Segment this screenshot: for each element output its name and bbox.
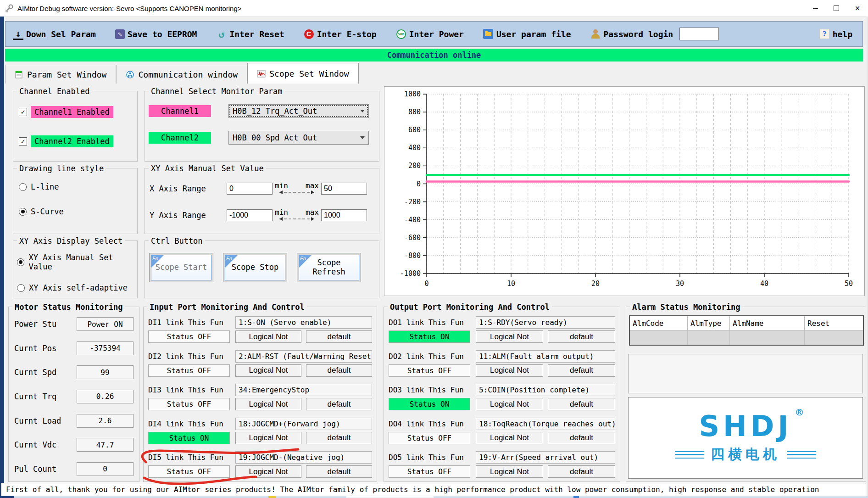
scope-refresh-button[interactable]: Fn Scope Refresh xyxy=(297,253,361,282)
inter-estop-button[interactable]: C Inter E-stop xyxy=(304,29,377,39)
di3-logical-not-button[interactable]: Logical Not xyxy=(235,398,301,410)
do5-label: DO5 link This Fun xyxy=(389,453,470,462)
minimize-button[interactable] xyxy=(805,0,826,17)
chevron-down-icon xyxy=(360,136,365,139)
checkbox-check-icon: ✓ xyxy=(19,137,27,145)
curnt-spd-value: 99 xyxy=(77,365,134,379)
do2-logical-not-button[interactable]: Logical Not xyxy=(476,364,543,377)
close-button[interactable]: × xyxy=(847,0,868,17)
do5-default-button[interactable]: default xyxy=(548,465,615,478)
download-icon: ↓ xyxy=(13,28,23,40)
minimize-icon xyxy=(813,8,818,9)
di4-block: DI4 link This Fun 18:JOGCMD+(Forward jog… xyxy=(148,418,372,444)
tab-communication-window[interactable]: Communication window xyxy=(116,65,247,84)
di2-block: DI2 link This Fun 2:ALM-RST (Fault/Warni… xyxy=(148,350,372,377)
do2-status: Status OFF xyxy=(389,364,470,377)
x-axis-max-input[interactable] xyxy=(321,183,367,195)
do2-default-button[interactable]: default xyxy=(548,364,615,377)
inter-power-button[interactable]: son Inter Power xyxy=(396,29,464,39)
xy-display-select-group: XY Axis Display Select XY Axis Manual Se… xyxy=(13,241,138,298)
do4-logical-not-button[interactable]: Logical Not xyxy=(476,432,543,444)
channel1-param-dropdown[interactable]: H0B_12 Trq_Act_Out xyxy=(228,104,369,118)
radio-s-curve[interactable]: S-Curve xyxy=(19,207,137,216)
do4-default-button[interactable]: default xyxy=(548,432,615,444)
svg-text:800: 800 xyxy=(408,108,421,116)
di4-logical-not-button[interactable]: Logical Not xyxy=(235,432,301,444)
taskbar-sliver xyxy=(0,496,868,498)
param-window-icon xyxy=(15,70,23,79)
di1-block: DI1 link This Fun 1:S-ON (Servo enable) … xyxy=(148,316,372,343)
svg-text:-800: -800 xyxy=(404,252,421,260)
svg-text:0: 0 xyxy=(424,280,428,288)
scope-stop-button[interactable]: Fn Scope Stop xyxy=(223,253,287,282)
alarm-status-group: Alarm Status Monitoring AlmCode AlmType … xyxy=(626,307,866,482)
channel1-enabled-checkbox[interactable]: ✓ Channel1 Enabled xyxy=(19,106,137,118)
channel2-enabled-checkbox[interactable]: ✓ Channel2 Enabled xyxy=(19,135,137,147)
di2-logical-not-button[interactable]: Logical Not xyxy=(235,364,301,377)
channel2-param-dropdown[interactable]: H0B_00 Spd Act Out xyxy=(228,131,369,145)
radio-xy-manual[interactable]: XY Axis Manual Set Value xyxy=(17,253,137,271)
do5-status: Status OFF xyxy=(389,465,470,478)
do1-default-button[interactable]: default xyxy=(548,330,615,343)
channel-select-title: Channel Select Monitor Param xyxy=(149,87,285,96)
maximize-icon xyxy=(834,6,839,11)
help-button[interactable]: ? help xyxy=(819,29,852,39)
min-max-indicator: min max xyxy=(275,209,319,222)
pul-count-label: Pul Count xyxy=(14,464,56,474)
password-login-button[interactable]: Password login xyxy=(590,29,673,39)
password-input[interactable] xyxy=(679,28,719,40)
alarm-col-reset: Reset xyxy=(805,316,863,330)
curnt-spd-label: Curnt Spd xyxy=(14,368,56,377)
do3-label: DO3 link This Fun xyxy=(389,386,470,394)
logo-lines-icon xyxy=(787,451,816,459)
do1-status: Status ON xyxy=(389,330,470,343)
do5-logical-not-button[interactable]: Logical Not xyxy=(476,465,543,478)
save-pen-icon: ✎ xyxy=(115,29,125,39)
down-sel-param-button[interactable]: ↓ Down Sel Param xyxy=(13,28,96,40)
di5-function: 19:JOGCMD-(Negative jog) xyxy=(235,451,372,464)
do4-function: 18:ToqReach(Torque reaches out) xyxy=(476,418,615,430)
registered-mark: ® xyxy=(795,408,804,417)
line-style-group: Drawing line style L-line S-Curve xyxy=(13,168,138,234)
user-param-file-button[interactable]: User param file xyxy=(483,29,571,39)
x-axis-min-input[interactable] xyxy=(227,183,273,195)
y-axis-max-input[interactable] xyxy=(321,209,367,221)
do5-block: DO5 link This Fun 19:V-Arr(Speed arrival… xyxy=(389,451,615,478)
logo-text: SHDJ ® xyxy=(699,412,792,441)
radio-xy-self-adaptive[interactable]: XY Axis self-adaptive xyxy=(17,283,137,292)
y-axis-min-input[interactable] xyxy=(227,209,273,221)
di4-default-button[interactable]: default xyxy=(306,432,372,444)
inter-reset-button[interactable]: ↺ Inter Reset xyxy=(216,29,284,39)
do3-logical-not-button[interactable]: Logical Not xyxy=(476,398,543,410)
do1-logical-not-button[interactable]: Logical Not xyxy=(476,330,543,343)
channel-enabled-title: Channel Enabled xyxy=(17,87,92,96)
curnt-trq-label: Curnt Trq xyxy=(14,392,56,401)
maximize-button[interactable] xyxy=(826,0,847,17)
di5-status: Status OFF xyxy=(148,465,230,478)
svg-text:40: 40 xyxy=(760,280,768,288)
di5-default-button[interactable]: default xyxy=(306,465,372,478)
channel2-label: Channel2 xyxy=(149,132,211,144)
title-bar: AIMtor Debug software version:-Sevro <Su… xyxy=(0,0,868,17)
do3-default-button[interactable]: default xyxy=(548,398,615,410)
di3-default-button[interactable]: default xyxy=(306,398,372,410)
curnt-load-label: Curnt Load xyxy=(14,416,61,425)
di1-default-button[interactable]: default xyxy=(306,330,372,343)
tab-param-set-window[interactable]: Param Set Window xyxy=(5,65,116,84)
save-to-eeprom-button[interactable]: ✎ Save to EEPROM xyxy=(115,29,197,39)
do1-function: 1:S-RDY(Servo ready) xyxy=(476,316,615,329)
svg-text:0: 0 xyxy=(417,180,421,188)
svg-text:20: 20 xyxy=(591,280,600,288)
input-port-title: Input Port Monitoring And Control xyxy=(147,302,307,312)
di2-default-button[interactable]: default xyxy=(306,364,372,377)
tab-scope-set-window[interactable]: Scope Set Window xyxy=(247,63,358,84)
svg-text:-600: -600 xyxy=(404,234,421,242)
chevron-down-icon xyxy=(360,110,365,112)
di4-function: 18:JOGCMD+(Forward jog) xyxy=(235,418,372,430)
radio-l-line[interactable]: L-line xyxy=(19,182,137,191)
di5-logical-not-button[interactable]: Logical Not xyxy=(235,465,301,478)
svg-text:400: 400 xyxy=(408,144,421,152)
scope-start-button[interactable]: Fn Scope Start xyxy=(149,253,213,282)
di1-function: 1:S-ON (Servo enable) xyxy=(235,316,372,329)
di1-logical-not-button[interactable]: Logical Not xyxy=(235,330,301,343)
